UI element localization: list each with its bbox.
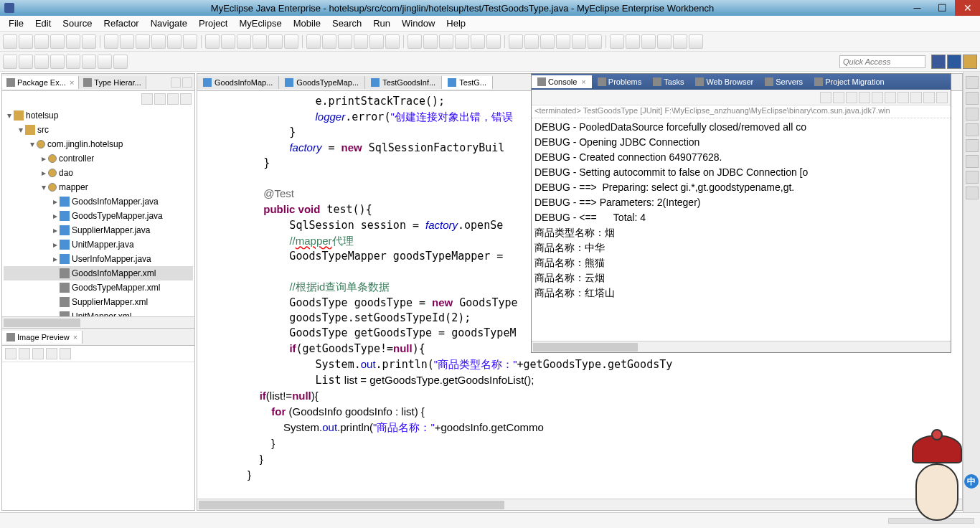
refresh-icon[interactable] xyxy=(60,348,71,359)
tree-item[interactable]: ▾hotelsup xyxy=(4,108,193,123)
tree-item[interactable]: ▸dao xyxy=(4,166,193,180)
menu-myeclipse[interactable]: MyEclipse xyxy=(233,16,287,30)
toolbar-button[interactable] xyxy=(423,34,438,49)
zoom-fit-icon[interactable] xyxy=(32,348,44,359)
horizontal-scrollbar[interactable] xyxy=(2,316,194,328)
menu-window[interactable]: Window xyxy=(396,16,440,30)
toolbar-button[interactable] xyxy=(19,55,33,69)
toolbar-button[interactable] xyxy=(113,55,128,69)
toolbar-button[interactable] xyxy=(455,34,469,49)
toolbar-button[interactable] xyxy=(673,34,687,49)
toolbar-button[interactable] xyxy=(34,34,49,49)
tab-problems[interactable]: Problems xyxy=(592,75,647,88)
editor-tab[interactable]: TestGoodsInf... xyxy=(365,76,442,89)
zoom-100-icon[interactable] xyxy=(46,348,57,359)
tree-item[interactable]: ▸controller xyxy=(4,151,193,166)
view-menu-icon[interactable] xyxy=(167,93,179,105)
zoom-out-icon[interactable] xyxy=(19,348,30,359)
perspective-button[interactable] xyxy=(947,55,961,69)
tree-item[interactable]: ▸UnitMapper.java xyxy=(4,237,193,252)
tree-item[interactable]: ▸GoodsTypeMapper.java xyxy=(4,209,193,223)
tree-item[interactable]: ▾mapper xyxy=(4,180,193,194)
tab-type-hierar-[interactable]: Type Hierar... xyxy=(79,76,146,89)
remove-all-icon[interactable] xyxy=(846,92,857,103)
toolbar-button[interactable] xyxy=(221,34,235,49)
remove-launch-icon[interactable] xyxy=(833,92,844,103)
toolbar-button[interactable] xyxy=(268,34,283,49)
console-output[interactable]: DEBUG - PooledDataSource forcefully clos… xyxy=(532,118,951,341)
perspective-button[interactable] xyxy=(963,55,977,69)
toolbar-button[interactable] xyxy=(50,55,65,69)
toolbar-button[interactable] xyxy=(369,34,384,49)
toolbar-button[interactable] xyxy=(50,34,65,49)
maximize-view-icon[interactable] xyxy=(182,77,192,88)
editor-tab[interactable]: TestG... xyxy=(442,76,493,89)
tab-web-browser[interactable]: Web Browser xyxy=(689,75,759,88)
tab-package-ex-[interactable]: Package Ex...× xyxy=(2,76,79,89)
tab-console[interactable]: Console× xyxy=(532,75,592,88)
toolbar-button[interactable] xyxy=(104,34,118,49)
menu-project[interactable]: Project xyxy=(193,16,233,30)
tree-item[interactable]: ▸SupplierMapper.java xyxy=(4,223,193,237)
tree-item[interactable]: SupplierMapper.xml xyxy=(4,295,193,309)
clear-console-icon[interactable] xyxy=(859,92,870,103)
toolbar-button[interactable] xyxy=(572,34,586,49)
toolbar-button[interactable] xyxy=(151,34,166,49)
toolbar-button[interactable] xyxy=(98,55,112,69)
tab-image-preview[interactable]: Image Preview × xyxy=(2,331,83,344)
toolbar-button[interactable] xyxy=(641,34,656,49)
toolbar-button[interactable] xyxy=(588,34,602,49)
menu-edit[interactable]: Edit xyxy=(29,16,57,30)
link-editor-icon[interactable] xyxy=(154,93,166,105)
tree-item[interactable]: GoodsInfoMapper.xml xyxy=(4,266,193,280)
expand-arrow-icon[interactable]: ▾ xyxy=(17,125,25,135)
menu-file[interactable]: File xyxy=(3,16,29,30)
toolbar-button[interactable] xyxy=(524,34,539,49)
toolbar-button[interactable] xyxy=(626,34,640,49)
toolbar-button[interactable] xyxy=(82,55,96,69)
trim-icon[interactable] xyxy=(966,155,979,168)
open-console-icon[interactable] xyxy=(910,92,922,103)
close-button[interactable]: ✕ xyxy=(955,0,980,16)
expand-arrow-icon[interactable]: ▸ xyxy=(51,211,60,221)
toolbar-button[interactable] xyxy=(556,34,570,49)
toolbar-button[interactable] xyxy=(322,34,336,49)
collapse-all-icon[interactable] xyxy=(141,93,153,105)
toolbar-button[interactable] xyxy=(354,34,368,49)
maximize-button[interactable]: ☐ xyxy=(930,0,955,16)
trim-icon[interactable] xyxy=(966,139,979,152)
console-horizontal-scrollbar[interactable] xyxy=(532,341,951,352)
menu-navigate[interactable]: Navigate xyxy=(145,16,193,30)
toolbar-button[interactable] xyxy=(183,34,197,49)
tab-servers[interactable]: Servers xyxy=(759,75,809,88)
menu-run[interactable]: Run xyxy=(367,16,396,30)
perspective-button[interactable] xyxy=(931,55,946,69)
tab-tasks[interactable]: Tasks xyxy=(647,75,689,88)
toolbar-button[interactable] xyxy=(167,34,182,49)
toolbar-button[interactable] xyxy=(385,34,400,49)
toolbar-button[interactable] xyxy=(471,34,485,49)
trim-icon[interactable] xyxy=(966,92,979,105)
quick-access-input[interactable] xyxy=(839,55,925,68)
trim-icon[interactable] xyxy=(966,171,979,184)
minimize-icon[interactable] xyxy=(923,92,935,103)
expand-arrow-icon[interactable]: ▸ xyxy=(51,254,60,264)
pin-console-icon[interactable] xyxy=(885,92,896,103)
toolbar-button[interactable] xyxy=(509,34,523,49)
minimize-view-icon[interactable] xyxy=(180,93,192,105)
toolbar-button[interactable] xyxy=(306,34,321,49)
toolbar-button[interactable] xyxy=(82,34,96,49)
toolbar-button[interactable] xyxy=(136,34,150,49)
tab-project-migration[interactable]: Project Migration xyxy=(809,75,890,88)
expand-arrow-icon[interactable]: ▸ xyxy=(51,225,60,235)
toolbar-button[interactable] xyxy=(237,34,251,49)
tree-item[interactable]: GoodsTypeMapper.xml xyxy=(4,280,193,295)
tree-item[interactable]: UnitMapper.xml xyxy=(4,309,193,316)
trim-icon[interactable] xyxy=(966,108,979,121)
close-icon[interactable]: × xyxy=(70,78,74,87)
display-console-icon[interactable] xyxy=(897,92,909,103)
toolbar-button[interactable] xyxy=(205,34,220,49)
package-tree[interactable]: ▾hotelsup▾src▾com.jinglin.hotelsup▸contr… xyxy=(2,107,194,316)
scroll-lock-icon[interactable] xyxy=(872,92,883,103)
expand-arrow-icon[interactable]: ▾ xyxy=(39,182,48,192)
